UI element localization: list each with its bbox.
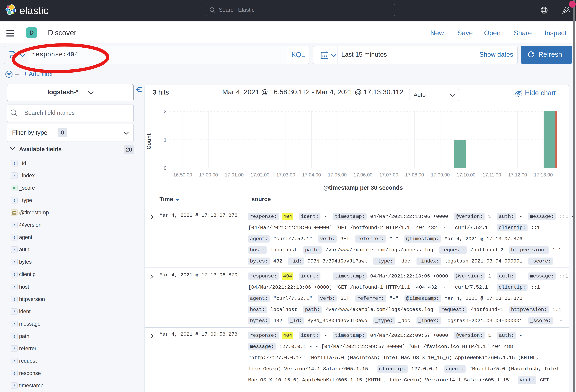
svg-text:17:09:00: 17:09:00 <box>431 172 450 177</box>
svg-text:17:02:00: 17:02:00 <box>251 172 269 177</box>
svg-text:17:13:00: 17:13:00 <box>534 172 553 177</box>
svg-text:17:07:00: 17:07:00 <box>379 172 398 177</box>
svg-text:17:04:00: 17:04:00 <box>302 172 321 177</box>
svg-text:17:06:00: 17:06:00 <box>354 172 373 177</box>
svg-text:17:08:00: 17:08:00 <box>405 172 424 177</box>
svg-text:17:10:00: 17:10:00 <box>457 172 475 177</box>
svg-text:2: 2 <box>164 109 167 114</box>
svg-text:17:01:00: 17:01:00 <box>225 172 244 177</box>
svg-text:1: 1 <box>164 137 167 142</box>
svg-text:0: 0 <box>164 165 167 171</box>
svg-text:17:12:00: 17:12:00 <box>508 172 527 177</box>
svg-text:Count: Count <box>146 134 152 150</box>
svg-text:16:59:00: 16:59:00 <box>173 172 192 177</box>
svg-text:17:11:00: 17:11:00 <box>483 172 501 177</box>
svg-text:17:03:00: 17:03:00 <box>276 172 295 177</box>
svg-text:17:05:00: 17:05:00 <box>328 172 346 177</box>
svg-text:17:00:00: 17:00:00 <box>199 172 218 177</box>
